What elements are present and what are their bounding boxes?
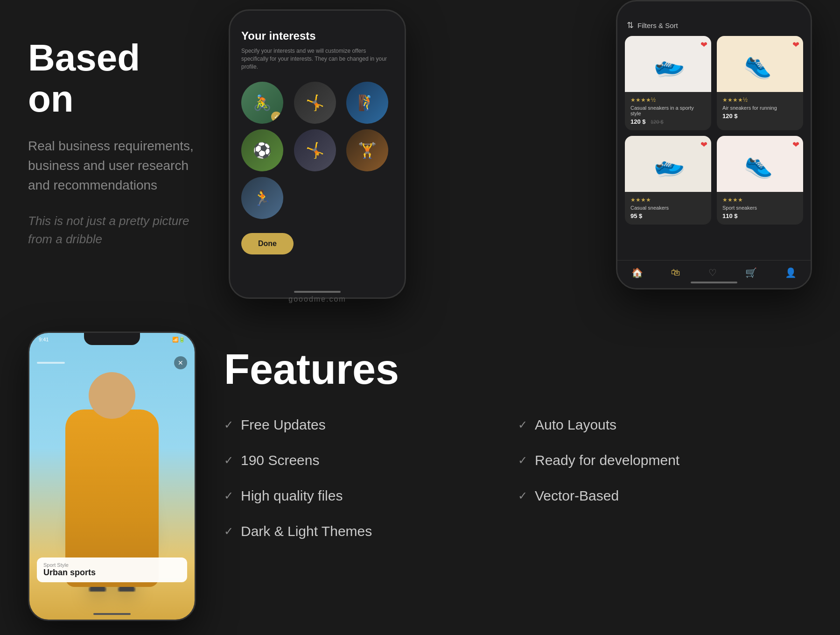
feature-auto-layouts: ✓ Auto Layouts [518, 417, 812, 433]
feature-label-6: Ready for development [535, 452, 679, 468]
interests-title: Your interests [241, 29, 393, 42]
features-right-col: ✓ Auto Layouts ✓ Ready for development ✓… [518, 417, 812, 559]
check-icon-5: ✓ [518, 418, 527, 431]
interest-circle-7[interactable]: 🏃 [241, 177, 283, 219]
interest-circle-1[interactable]: 🚴 [241, 82, 283, 124]
shop-stars-3: ★★★★ [630, 197, 706, 203]
bag-nav-icon[interactable]: 🛍 [671, 267, 680, 278]
feature-label-3: High quality files [241, 488, 343, 504]
urban-progress-bar [37, 362, 65, 364]
sport-icon-4: ⚽ [241, 129, 283, 171]
interest-circle-2[interactable]: 🤸 [294, 82, 336, 124]
shop-stars-1: ★★★★½ [630, 97, 706, 103]
shop-price-row-4: 110 $ [722, 212, 798, 220]
shop-card-info-4: ★★★★ Sport sneakers 110 $ [717, 192, 803, 225]
feature-high-quality: ✓ High quality files [224, 488, 518, 504]
cart-nav-icon[interactable]: 🛒 [745, 267, 757, 278]
phone-urban: 9:41 📶🔋 🧍 ✕ Sport Style Urban sports [28, 332, 196, 621]
shop-name-4: Sport sneakers [722, 205, 798, 211]
feature-label-2: 190 Screens [241, 452, 319, 468]
heart-icon-3[interactable]: ❤ [700, 140, 707, 150]
shop-header: ⇅ Filters & Sort [617, 1, 811, 36]
urban-overlay: ✕ [37, 356, 187, 369]
shop-price-2: 120 $ [722, 113, 738, 120]
based-on-desc: Real business requirements, business and… [28, 136, 196, 195]
signal-display: 📶🔋 [172, 337, 185, 343]
urban-close-btn[interactable]: ✕ [174, 356, 187, 369]
sport-icon-6: 🏋️ [346, 129, 388, 171]
shoe-image-4: 👟 [742, 146, 778, 182]
shop-name-1: Casual sneakers in a sporty style [630, 105, 706, 116]
features-left-col: ✓ Free Updates ✓ 190 Screens ✓ High qual… [224, 417, 518, 559]
feature-label-1: Free Updates [241, 417, 326, 433]
interest-circle-3[interactable]: 🧗 [346, 82, 388, 124]
heart-icon-4[interactable]: ❤ [792, 140, 799, 150]
shop-price-3: 95 $ [630, 212, 642, 219]
shop-card-3: ❤ 👟 ★★★★ Casual sneakers 95 $ [625, 136, 711, 225]
shop-stars-4: ★★★★ [722, 197, 798, 203]
interest-circle-6[interactable]: 🏋️ [346, 129, 388, 171]
shop-card-info-2: ★★★★½ Air sneakers for running 120 $ [717, 92, 803, 125]
shop-stars-2: ★★★★½ [722, 97, 798, 103]
filter-sort-label: Filters & Sort [637, 21, 678, 29]
interests-desc: Specify your interests and we will custo… [241, 47, 393, 71]
shop-card-4: ❤ 👟 ★★★★ Sport sneakers 110 $ [717, 136, 803, 225]
done-button[interactable]: Done [241, 233, 294, 254]
urban-title: Urban sports [43, 568, 181, 578]
sport-icon-3: 🧗 [346, 82, 388, 124]
heart-icon-1[interactable]: ❤ [700, 40, 707, 50]
person-head [89, 372, 135, 419]
interest-circle-5[interactable]: 🤸 [294, 129, 336, 171]
sport-icon-1: 🚴 [241, 82, 283, 124]
shop-name-2: Air sneakers for running [722, 105, 798, 111]
phone-shop: ⇅ Filters & Sort ❤ 👟 ★★★★½ Casual sneake… [616, 0, 812, 289]
heart-nav-icon[interactable]: ♡ [708, 267, 717, 278]
check-icon-4: ✓ [224, 525, 233, 538]
features-title: Features [224, 346, 812, 394]
feature-ready-dev: ✓ Ready for development [518, 452, 812, 468]
close-icon: ✕ [178, 359, 183, 367]
sport-icon-5: 🤸 [294, 129, 336, 171]
phone-interests: Your interests Specify your interests an… [229, 9, 406, 299]
shop-old-price-1: 120 $ [651, 119, 664, 125]
shop-card-info-3: ★★★★ Casual sneakers 95 $ [625, 192, 711, 225]
shop-price-1: 120 $ [630, 118, 646, 125]
bottom-section: 9:41 📶🔋 🧍 ✕ Sport Style Urban sports Fea… [0, 318, 840, 635]
shoe-image-3: 👟 [649, 145, 687, 183]
check-icon-3: ✓ [224, 489, 233, 502]
watermark: gooodme.com [229, 295, 406, 303]
shop-grid: ❤ 👟 ★★★★½ Casual sneakers in a sporty st… [617, 36, 811, 225]
shop-card-2: ❤ 👟 ★★★★½ Air sneakers for running 120 $ [717, 36, 803, 130]
feature-free-updates: ✓ Free Updates [224, 417, 518, 433]
heart-icon-2[interactable]: ❤ [792, 40, 799, 50]
urban-sport-style: Sport Style [43, 562, 181, 568]
features-section: Features ✓ Free Updates ✓ 190 Screens ✓ … [224, 346, 812, 559]
interest-circle-4[interactable]: ⚽ [241, 129, 283, 171]
top-section: Based on Real business requirements, bus… [0, 0, 840, 318]
user-nav-icon[interactable]: 👤 [785, 267, 797, 278]
feature-label-7: Vector-Based [535, 488, 619, 504]
home-nav-icon[interactable]: 🏠 [631, 267, 643, 278]
shop-card-info-1: ★★★★½ Casual sneakers in a sporty style … [625, 92, 711, 130]
shop-bottom-nav: 🏠 🛍 ♡ 🛒 👤 [617, 260, 811, 288]
shop-price-row-2: 120 $ [722, 112, 798, 120]
based-on-title: Based on [28, 37, 196, 120]
shop-price-row-1: 120 $ 120 $ [630, 117, 706, 126]
feature-label-4: Dark & Light Themes [241, 523, 372, 539]
home-indicator-urban [93, 613, 131, 615]
feature-dark-light: ✓ Dark & Light Themes [224, 523, 518, 539]
shop-price-row-3: 95 $ [630, 212, 706, 220]
check-icon-7: ✓ [518, 489, 527, 502]
time-display: 9:41 [39, 337, 49, 343]
feature-label-5: Auto Layouts [535, 417, 616, 433]
shoe-image-1: 👟 [649, 45, 687, 83]
interests-grid: 🚴 🤸 🧗 ⚽ 🤸 🏋️ 🏃 [241, 82, 393, 219]
italic-note: This is not just a pretty picture from a… [28, 212, 196, 248]
check-icon-2: ✓ [224, 454, 233, 467]
check-icon-6: ✓ [518, 454, 527, 467]
shop-name-3: Casual sneakers [630, 205, 706, 211]
home-indicator-interests [294, 291, 341, 293]
home-indicator-shop [691, 282, 737, 283]
shop-price-4: 110 $ [722, 212, 738, 219]
shoe-image-2: 👟 [741, 45, 779, 83]
